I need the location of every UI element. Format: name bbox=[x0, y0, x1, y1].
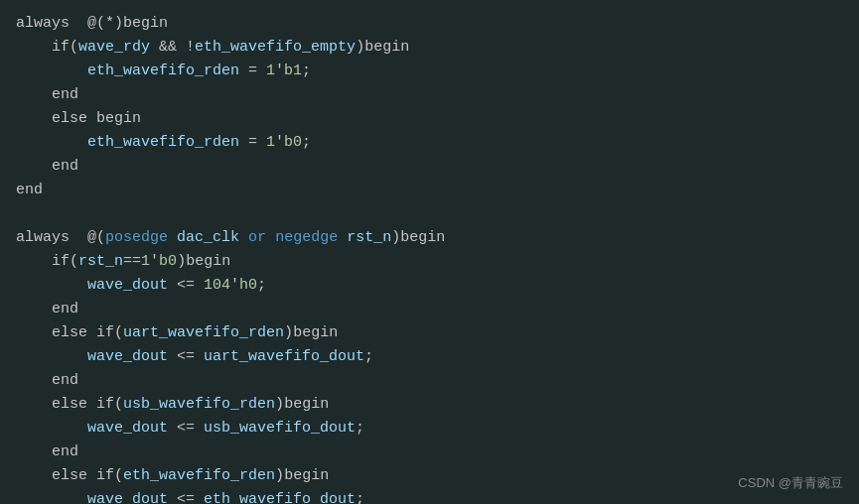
table-row: always @(*)begin bbox=[16, 12, 843, 36]
table-row: end bbox=[16, 298, 843, 321]
table-row: else if(uart_wavefifo_rden)begin bbox=[16, 321, 843, 345]
table-row: wave_dout <= 104'h0; bbox=[16, 274, 843, 298]
table-row: always @(posedge dac_clk or negedge rst_… bbox=[16, 226, 843, 250]
table-row: wave_dout <= uart_wavefifo_dout; bbox=[16, 345, 843, 369]
table-row: end bbox=[16, 155, 843, 179]
table-row: else if(usb_wavefifo_rden)begin bbox=[16, 393, 843, 417]
code-container: always @(*)begin if(wave_rdy && !eth_wav… bbox=[0, 0, 859, 504]
table-row: end bbox=[16, 441, 843, 464]
table-row: end bbox=[16, 369, 843, 393]
table-row bbox=[16, 202, 843, 226]
table-row: if(rst_n==1'b0)begin bbox=[16, 250, 843, 274]
table-row: else begin bbox=[16, 107, 843, 131]
table-row: if(wave_rdy && !eth_wavefifo_empty)begin bbox=[16, 36, 843, 60]
watermark: CSDN @青青豌豆 bbox=[738, 474, 843, 492]
table-row: end bbox=[16, 83, 843, 107]
table-row: else if(eth_wavefifo_rden)begin bbox=[16, 464, 843, 488]
table-row: end bbox=[16, 179, 843, 202]
table-row: wave_dout <= eth_wavefifo_dout; bbox=[16, 488, 843, 504]
table-row: eth_wavefifo_rden = 1'b1; bbox=[16, 60, 843, 83]
code-block: always @(*)begin if(wave_rdy && !eth_wav… bbox=[16, 12, 843, 504]
table-row: eth_wavefifo_rden = 1'b0; bbox=[16, 131, 843, 155]
table-row: wave_dout <= usb_wavefifo_dout; bbox=[16, 417, 843, 441]
